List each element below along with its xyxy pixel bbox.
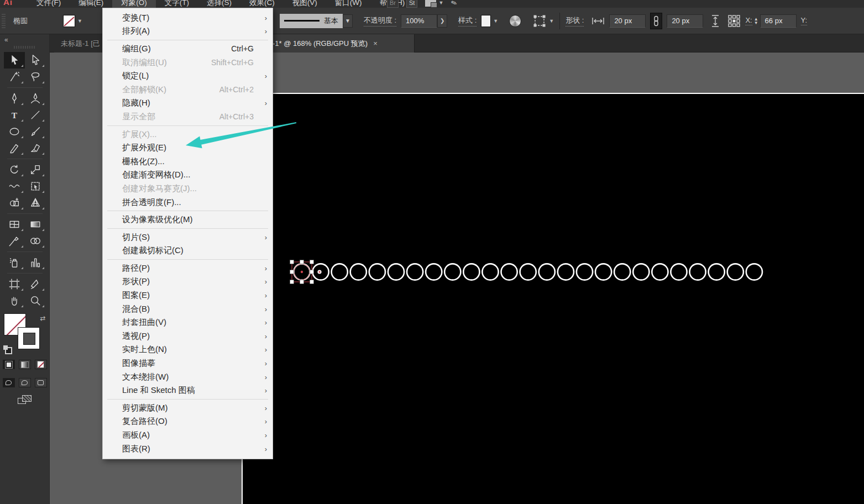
menu-item[interactable]: 隐藏(H)› [103,97,273,111]
pen-tool[interactable] [4,90,25,107]
selection-handle[interactable] [300,280,304,284]
shaper-pencil-tool[interactable] [4,140,25,156]
shape-builder-tool[interactable] [4,195,25,211]
shape-height-field[interactable]: 20 px [667,14,703,28]
eraser-tool[interactable] [25,140,46,156]
line-segment-tool[interactable] [25,107,46,123]
menubar-item[interactable]: 对象(O) [112,0,156,8]
selection-handle[interactable] [310,270,314,274]
ellipse-tool[interactable] [4,123,25,140]
stroke-style-dropdown[interactable]: 基本 [280,14,343,28]
selection-handle[interactable] [310,260,314,264]
circle-shape[interactable] [633,264,649,280]
menu-item[interactable]: 图表(R)› [103,442,273,456]
circle-shape[interactable] [332,264,348,280]
chevron-down-icon[interactable]: ▼ [77,18,82,24]
circle-shape[interactable] [558,264,574,280]
magic-wand-tool[interactable] [4,69,25,85]
circle-shape[interactable] [388,264,404,280]
opacity-expand-button[interactable]: ❯ [437,14,447,28]
symbol-sprayer-tool[interactable] [4,254,25,271]
swap-fill-stroke-icon[interactable]: ⇄ [40,314,45,322]
circle-shape[interactable] [539,264,555,280]
menu-item[interactable]: 编组(G)Ctrl+G [103,42,273,56]
circle-shape[interactable] [426,264,442,280]
menu-item[interactable]: 栅格化(Z)... [103,155,273,169]
circle-shape[interactable] [444,264,460,280]
circle-shape[interactable] [652,264,668,280]
menubar-item[interactable]: 效果(C) [240,0,284,8]
menubar-item[interactable]: 选择(S) [198,0,240,8]
menu-item[interactable]: 变换(T)› [103,11,273,25]
circle-shape[interactable] [746,264,762,280]
menubar-item[interactable]: 视图(V) [284,0,326,8]
menubar-item[interactable]: 窗口(W) [326,0,371,8]
link-dimensions-icon[interactable] [650,13,662,29]
circle-shape[interactable] [407,264,423,280]
gradient-button[interactable] [19,360,31,369]
slice-tool[interactable] [25,276,46,292]
menu-item[interactable]: 创建渐变网格(D)... [103,169,273,182]
screen-mode-button[interactable] [18,395,32,405]
free-transform-tool[interactable] [25,178,46,195]
style-label[interactable]: 样式 : [458,15,476,27]
stroke-style-chevron[interactable]: ▼ [343,14,353,28]
menu-item[interactable]: 文本绕排(W)› [103,370,273,384]
selection-handle[interactable] [290,280,294,284]
opacity-label[interactable]: 不透明度 : [364,15,396,27]
share-icon[interactable]: ✎ [450,0,458,8]
draw-behind-button[interactable] [19,378,31,387]
shape-label[interactable]: 形状 : [565,15,584,27]
hand-tool[interactable] [4,292,25,309]
panel-grip[interactable] [14,46,36,49]
menu-item[interactable]: 实时上色(N)› [103,343,273,357]
bounding-box-chevron-icon[interactable]: ▼ [549,18,554,24]
menu-item[interactable]: 拼合透明度(F)... [103,196,273,209]
menu-item[interactable]: 混合(B)› [103,302,273,316]
circle-shape[interactable] [482,264,498,280]
mesh-tool[interactable] [4,216,25,233]
circle-shape[interactable] [709,264,725,280]
circle-shape[interactable] [671,264,687,280]
opacity-field[interactable]: 100% [401,14,437,28]
selection-tool[interactable] [4,52,25,69]
reference-point-grid-icon[interactable] [727,14,741,28]
circle-shape[interactable] [520,264,536,280]
shape-width-field[interactable]: 20 px [609,14,646,28]
menu-item[interactable]: 封套扭曲(V)› [103,316,273,329]
workspace-switcher[interactable]: ▼ [425,0,443,7]
menu-item[interactable]: 创建裁切标记(C) [103,244,273,258]
circle-shape[interactable] [369,264,385,280]
menu-item[interactable]: 图像描摹› [103,356,273,370]
menubar-item[interactable]: 文字(T) [156,0,198,8]
draw-inside-button[interactable] [35,378,47,387]
document-tab-recovered[interactable]: 未标题-1 [已 [54,34,107,53]
circle-shape[interactable] [595,264,611,280]
style-chevron-icon[interactable]: ▼ [493,18,498,24]
menu-item[interactable]: 路径(P)› [103,261,273,275]
paintbrush-tool[interactable] [25,123,46,140]
direct-selection-tool[interactable] [25,52,46,69]
eyedropper-tool[interactable] [4,233,25,249]
draw-normal-button[interactable] [3,378,15,387]
menu-item[interactable]: 排列(A)› [103,25,273,39]
none-button[interactable] [35,360,47,369]
selection-handle[interactable] [300,260,304,264]
default-fill-stroke-icon[interactable] [5,347,12,354]
width-tool[interactable] [4,178,25,195]
curvature-tool[interactable] [25,90,46,107]
circle-shape[interactable] [350,264,366,280]
menu-item[interactable]: 图案(E)› [103,288,273,302]
selection-handle[interactable] [310,280,314,284]
stroke-swatch[interactable] [18,327,40,349]
column-graph-tool[interactable] [25,254,46,271]
x-position-field[interactable]: 66 px [760,14,797,28]
gradient-tool[interactable] [25,216,46,233]
tab-close-icon[interactable]: × [373,39,378,48]
menu-item[interactable]: 扩展外观(E) [103,141,273,155]
x-label[interactable]: X: [745,16,752,25]
menubar-item[interactable]: 编辑(E) [70,0,112,8]
circle-shape[interactable] [463,264,479,280]
x-stepper[interactable]: ▲▼ [754,17,758,25]
scale-tool[interactable] [25,161,46,178]
